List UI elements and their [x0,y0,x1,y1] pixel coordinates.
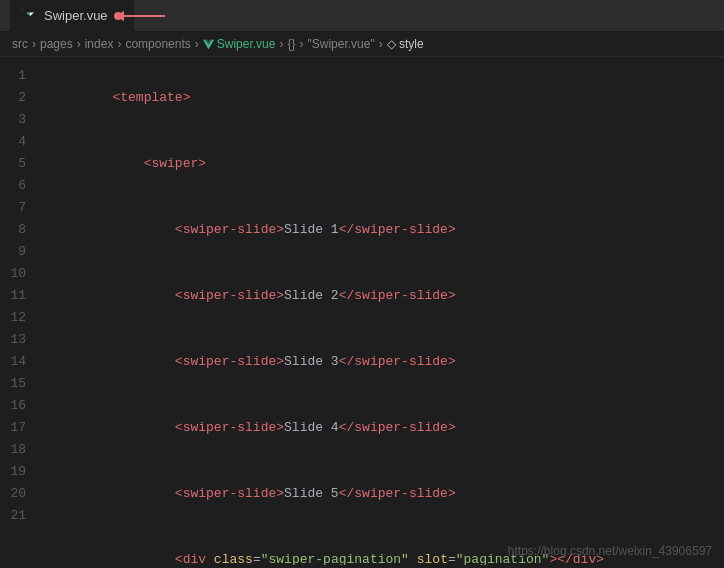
ln-10: 10 [0,263,26,285]
breadcrumb-style: ◇ style [387,37,424,51]
code-line-3: <swiper-slide>Slide 1</swiper-slide> [42,197,724,263]
breadcrumb-braces: {} [287,37,295,51]
ln-5: 5 [0,153,26,175]
ln-18: 18 [0,439,26,461]
ln-15: 15 [0,373,26,395]
svg-marker-5 [115,11,124,21]
ln-12: 12 [0,307,26,329]
ln-11: 11 [0,285,26,307]
breadcrumb-index: index [85,37,114,51]
ln-21: 21 [0,505,26,527]
breadcrumb-src: src [12,37,28,51]
ln-6: 6 [0,175,26,197]
breadcrumb-components: components [125,37,190,51]
ln-3: 3 [0,109,26,131]
ln-9: 9 [0,241,26,263]
breadcrumb: src › pages › index › components › Swipe… [0,32,724,57]
svg-marker-1 [30,12,34,15]
breadcrumb-sep-4: › [195,37,199,51]
title-arrow [110,4,170,28]
watermark: https://blog.csdn.net/weixin_43906597 [508,544,712,558]
ln-4: 4 [0,131,26,153]
ln-17: 17 [0,417,26,439]
code-line-7: <swiper-slide>Slide 5</swiper-slide> [42,461,724,527]
code-line-5: <swiper-slide>Slide 3</swiper-slide> [42,329,724,395]
breadcrumb-sep-3: › [117,37,121,51]
breadcrumb-pages: pages [40,37,73,51]
line-numbers: 1 2 3 4 5 6 7 8 9 10 11 12 13 14 15 16 1… [0,57,42,565]
ln-14: 14 [0,351,26,373]
breadcrumb-sep-5: › [279,37,283,51]
breadcrumb-sep-1: › [32,37,36,51]
tab-label: Swiper.vue [44,8,108,23]
ln-20: 20 [0,483,26,505]
code-line-1: <template> [42,65,724,131]
title-bar: Swiper.vue [0,0,724,32]
editor-container: Swiper.vue src › pages › index › compone… [0,0,724,568]
ln-1: 1 [0,65,26,87]
code-line-2: <swiper> [42,131,724,197]
ln-13: 13 [0,329,26,351]
vue-icon [22,8,38,24]
code-line-6: <swiper-slide>Slide 4</swiper-slide> [42,395,724,461]
breadcrumb-swiper-vue: Swiper.vue [203,37,276,51]
code-line-4: <swiper-slide>Slide 2</swiper-slide> [42,263,724,329]
code-content: <template> <swiper> <swiper-slide>Slide … [42,57,724,565]
ln-7: 7 [0,197,26,219]
code-area: 1 2 3 4 5 6 7 8 9 10 11 12 13 14 15 16 1… [0,57,724,565]
ln-2: 2 [0,87,26,109]
ln-8: 8 [0,219,26,241]
ln-16: 16 [0,395,26,417]
breadcrumb-swiper-string: "Swiper.vue" [307,37,374,51]
svg-marker-0 [26,12,30,15]
breadcrumb-sep-6: › [299,37,303,51]
breadcrumb-sep-7: › [379,37,383,51]
breadcrumb-sep-2: › [77,37,81,51]
ln-19: 19 [0,461,26,483]
